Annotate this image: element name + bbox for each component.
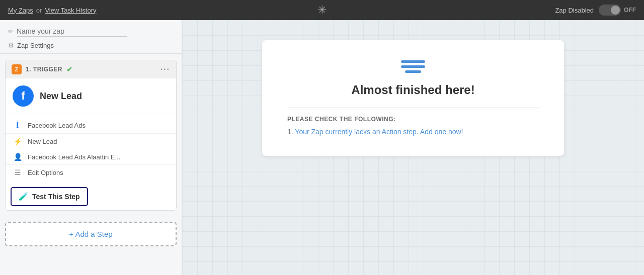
hamburger-icon (287, 60, 539, 73)
check-section: PLEASE CHECK THE FOLLOWING: 1. Your Zap … (287, 107, 539, 136)
detail-item-account[interactable]: 👤 Facebook Lead Ads Alaattin E... (6, 149, 176, 165)
my-zaps-link[interactable]: My Zaps (8, 7, 33, 14)
pencil-icon: ✏ (8, 28, 14, 35)
card-title: Almost finished here! (287, 83, 539, 97)
trigger-check-icon: ✔ (66, 65, 73, 73)
gear-icon: ⚙ (8, 42, 14, 49)
hline-1 (401, 60, 425, 63)
nav-center: ✳ (317, 4, 327, 17)
detail-label-1: New Lead (28, 138, 57, 145)
test-this-step-button[interactable]: 🧪 Test This Step (11, 187, 88, 206)
nav-left: My Zaps or View Task History (8, 7, 97, 14)
trigger-header: z 1. TRIGGER ✔ ··· (6, 60, 176, 78)
action-step-link[interactable]: Your Zap currently lacks an Action step.… (295, 128, 463, 136)
detail-label-0: Facebook Lead Ads (28, 122, 86, 129)
trigger-label: 1. TRIGGER (26, 66, 62, 73)
trigger-app-name: New Lead (40, 91, 82, 102)
zap-name-row: ✏ (8, 26, 174, 37)
more-options-icon[interactable]: ··· (160, 65, 170, 74)
detail-label-2: Facebook Lead Ads Alaattin E... (28, 153, 120, 161)
zap-name-input[interactable] (17, 26, 127, 37)
detail-item-edit-options[interactable]: ☰ Edit Options (6, 165, 176, 180)
trigger-number-icon: z (12, 64, 22, 74)
zap-toggle[interactable] (599, 5, 621, 16)
detail-item-new-lead[interactable]: ⚡ New Lead (6, 134, 176, 149)
toggle-thumb (611, 6, 620, 15)
details-list: f Facebook Lead Ads ⚡ New Lead 👤 Faceboo… (6, 114, 176, 183)
test-btn-row: 🧪 Test This Step (6, 183, 176, 210)
zapier-logo-icon: ✳ (317, 4, 327, 16)
top-nav: My Zaps or View Task History ✳ Zap Disab… (0, 0, 644, 20)
check-heading: PLEASE CHECK THE FOLLOWING: (287, 116, 539, 123)
sidebar-top: ✏ ⚙ Zap Settings (0, 20, 182, 54)
list-icon: ☰ (13, 168, 23, 176)
nav-right: Zap Disabled OFF (555, 5, 636, 16)
trigger-header-left: z 1. TRIGGER ✔ (12, 64, 73, 74)
detail-label-3: Edit Options (28, 169, 63, 176)
check-item-num: 1. (287, 128, 293, 136)
sidebar: ✏ ⚙ Zap Settings z 1. TRIGGER ✔ ··· f Ne… (0, 20, 182, 275)
test-btn-label: Test This Step (32, 193, 80, 201)
content-area: Almost finished here! PLEASE CHECK THE F… (182, 20, 644, 275)
check-item-0: 1. Your Zap currently lacks an Action st… (287, 128, 539, 136)
facebook-app-icon: f (13, 85, 34, 107)
add-step-button[interactable]: + Add a Step (5, 222, 177, 246)
almost-finished-card: Almost finished here! PLEASE CHECK THE F… (262, 40, 564, 156)
zap-status-label: Zap Disabled (555, 7, 594, 14)
bolt-icon: ⚡ (13, 137, 23, 145)
facebook-small-icon: f (13, 121, 23, 130)
flask-icon: 🧪 (19, 192, 28, 201)
trigger-block: z 1. TRIGGER ✔ ··· f New Lead f Facebook… (5, 60, 177, 211)
user-icon: 👤 (13, 153, 23, 161)
zap-toggle-container[interactable]: OFF (599, 5, 636, 16)
toggle-label: OFF (624, 7, 636, 14)
trigger-main: f New Lead (6, 78, 176, 114)
zap-settings-row[interactable]: ⚙ Zap Settings (8, 42, 174, 49)
hline-3 (405, 70, 421, 73)
zap-settings-label: Zap Settings (17, 42, 54, 49)
nav-or: or (36, 7, 42, 14)
main-layout: ✏ ⚙ Zap Settings z 1. TRIGGER ✔ ··· f Ne… (0, 20, 644, 275)
view-task-history-link[interactable]: View Task History (45, 7, 96, 14)
detail-item-facebook-lead-ads[interactable]: f Facebook Lead Ads (6, 117, 176, 134)
hline-2 (401, 65, 425, 68)
